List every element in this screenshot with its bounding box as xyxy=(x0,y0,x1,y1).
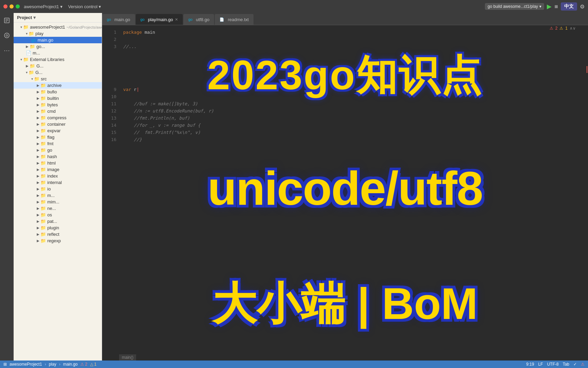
tree-item-html[interactable]: ▶ 📁 html xyxy=(14,160,102,166)
folder-icon: 📁 xyxy=(40,186,46,191)
editor-area: go main.go go play/main.go ✕ go utf8.go … xyxy=(102,13,588,361)
code-content[interactable]: package main //... var r| //buf := make(… xyxy=(119,25,583,361)
scrollbar-right[interactable] xyxy=(583,25,588,361)
tree-item-flag[interactable]: ▶ 📁 flag xyxy=(14,134,102,140)
tree-item-label: go... xyxy=(36,44,45,49)
tree-item-bufio[interactable]: ▶ 📁 bufio xyxy=(14,89,102,95)
tree-item-awesomeproject[interactable]: ▾ 📁 awesomeProject1 ~/GolandProjects/awe… xyxy=(14,24,102,30)
run-config[interactable]: go build awesome...ct1/play ▾ xyxy=(485,3,544,10)
expand-arrow: ▶ xyxy=(26,64,29,68)
folder-icon: 📁 xyxy=(40,141,46,146)
tree-item-label: ne... xyxy=(47,206,56,211)
settings-icon[interactable]: ⚙ xyxy=(580,3,585,10)
project-label[interactable]: awesomeProject1 ▾ xyxy=(24,4,63,9)
tree-item-label: main.go xyxy=(37,37,53,43)
close-button[interactable] xyxy=(3,4,7,9)
error-bar-arrows: ∧∨ xyxy=(570,26,576,31)
tree-item-io[interactable]: ▶ 📁 io xyxy=(14,186,102,192)
tree-item-regexp[interactable]: ▶ 📁 regexp xyxy=(14,237,102,244)
tree-item-os[interactable]: ▶ 📁 os xyxy=(14,212,102,218)
tree-item-cmd[interactable]: ▶ 📁 cmd xyxy=(14,108,102,114)
tree-item-fmt[interactable]: ▶ 📁 fmt xyxy=(14,140,102,147)
folder-icon: 📁 xyxy=(23,25,29,30)
tab-main-go[interactable]: go main.go xyxy=(102,14,135,25)
tree-item-index[interactable]: ▶ 📁 index xyxy=(14,173,102,179)
tree-item-compress[interactable]: ▶ 📁 compress xyxy=(14,114,102,121)
tree-item-external-libs[interactable]: ▾ 📁 External Libraries xyxy=(14,56,102,63)
status-error: ⚠ 2 xyxy=(80,362,87,367)
tree-item-archive[interactable]: ▶ 📁 archive xyxy=(14,82,102,89)
folder-icon: 📁 xyxy=(40,160,46,166)
tree-item-bytes[interactable]: ▶ 📁 bytes xyxy=(14,102,102,108)
expand-arrow: ▶ xyxy=(37,142,39,145)
code-editor[interactable]: 1 2 3 9 10 11 12 13 14 15 16 package mai… xyxy=(102,25,588,361)
tree-item-internal[interactable]: ▶ 📁 internal xyxy=(14,179,102,186)
expand-arrow: ▶ xyxy=(37,122,39,126)
version-control-label[interactable]: Version control ▾ xyxy=(68,4,101,9)
chevron-down-icon: ▾ xyxy=(539,4,541,9)
tree-item-hash[interactable]: ▶ 📁 hash xyxy=(14,153,102,160)
folder-icon: 📁 xyxy=(40,206,46,211)
folder-icon: 📁 xyxy=(29,70,34,75)
tree-item-m[interactable]: 📄 m... xyxy=(14,50,102,56)
tree-item-container[interactable]: ▶ 📁 container xyxy=(14,121,102,127)
traffic-lights xyxy=(3,4,20,9)
tree-item-label: image xyxy=(47,167,59,172)
tree-item-g2[interactable]: ▾ 📁 G... xyxy=(14,69,102,76)
tree-item-net[interactable]: ▶ 📁 ne... xyxy=(14,205,102,212)
code-line xyxy=(123,57,579,64)
status-warning: △ 1 xyxy=(90,362,97,367)
folder-icon: 📁 xyxy=(40,135,46,140)
go-file-icon: go xyxy=(188,17,192,21)
code-line: //n := utf8.EncodeRune(buf, r) xyxy=(123,107,579,114)
expand-arrow: ▶ xyxy=(37,194,39,197)
tree-item-g1[interactable]: ▶ 📁 G... xyxy=(14,63,102,69)
version-control-text: Version control xyxy=(68,4,97,9)
tree-item-reflect[interactable]: ▶ 📁 reflect xyxy=(14,231,102,237)
minimize-button[interactable] xyxy=(10,4,14,9)
maximize-button[interactable] xyxy=(16,4,20,9)
tree-item-main-go[interactable]: go main.go xyxy=(14,37,102,43)
tree-item-label: html xyxy=(47,160,56,166)
sidebar-icon-more[interactable]: ⋯ xyxy=(2,46,12,55)
tree-item-src[interactable]: ▾ 📁 src xyxy=(14,76,102,82)
tree-item-builtin[interactable]: ▶ 📁 builtin xyxy=(14,95,102,102)
sidebar-icons: ⋯ xyxy=(0,13,14,361)
breadcrumb-sep: › xyxy=(45,362,46,367)
file-tree-content[interactable]: ▾ 📁 awesomeProject1 ~/GolandProjects/awe… xyxy=(14,22,102,361)
error-count: 2 xyxy=(555,26,558,31)
svg-point-4 xyxy=(4,33,9,38)
expand-arrow: ▶ xyxy=(37,181,39,184)
tab-play-main-go[interactable]: go play/main.go ✕ xyxy=(136,14,183,25)
function-label: main() xyxy=(119,354,136,361)
tree-item-play[interactable]: ▾ 📁 play xyxy=(14,30,102,37)
tree-item-expvar[interactable]: ▶ 📁 expvar xyxy=(14,127,102,134)
sidebar-icon-git[interactable] xyxy=(2,31,12,40)
status-breadcrumb-play: play xyxy=(49,362,56,367)
status-warning-small-icon: ⚠ xyxy=(581,362,585,367)
sidebar-icon-files[interactable] xyxy=(2,16,12,25)
tree-item-mime[interactable]: ▶ 📁 mim... xyxy=(14,199,102,205)
tab-utf8-go[interactable]: go utf8.go xyxy=(183,14,214,25)
tree-item-go[interactable]: ▶ 📁 go xyxy=(14,147,102,153)
expand-arrow: ▶ xyxy=(37,155,39,158)
main-layout: ⋯ Project ▾ ▾ 📁 awesomeProject1 ~/Goland… xyxy=(0,13,588,361)
stop-button[interactable]: ■ xyxy=(554,3,558,10)
tree-item-plugin[interactable]: ▶ 📁 plugin xyxy=(14,225,102,231)
chinese-badge[interactable]: 中文 xyxy=(561,2,577,11)
file-tree-header: Project ▾ xyxy=(14,13,102,22)
code-line xyxy=(123,93,579,100)
folder-icon: 📁 xyxy=(40,89,46,94)
run-button[interactable]: ▶ xyxy=(547,3,552,10)
code-line: //buf := make([]byte, 3) xyxy=(123,100,579,107)
tree-item-image[interactable]: ▶ 📁 image xyxy=(14,166,102,173)
tab-readme-txt[interactable]: 📄 readme.txt xyxy=(215,14,253,25)
tree-item-path[interactable]: ▶ 📁 pat... xyxy=(14,218,102,225)
tab-close-button[interactable]: ✕ xyxy=(175,17,178,22)
code-line xyxy=(123,36,579,43)
expand-arrow: ▾ xyxy=(20,25,22,29)
tree-item-m2[interactable]: ▶ 📁 m... xyxy=(14,192,102,199)
code-line: //for _, v := range buf { xyxy=(123,122,579,129)
tree-item-go[interactable]: ▶ 📁 go... xyxy=(14,43,102,50)
code-line xyxy=(123,79,579,86)
